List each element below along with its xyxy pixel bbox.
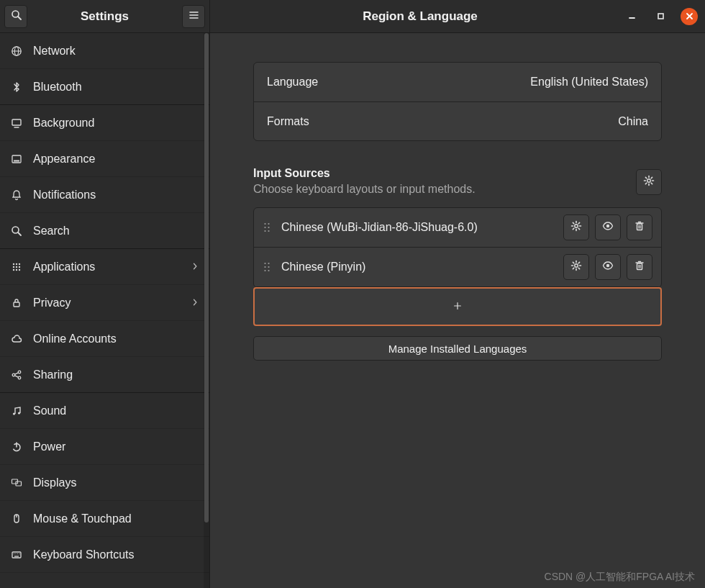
sidebar-item-label: Online Accounts	[33, 333, 199, 345]
sidebar-item-label: Notifications	[33, 189, 199, 202]
input-source-preview-button[interactable]	[595, 214, 621, 240]
app-menu-button[interactable]	[182, 5, 205, 28]
input-source-delete-button[interactable]	[627, 254, 652, 280]
sidebar-item-sharing[interactable]: Sharing	[0, 357, 209, 393]
eye-icon	[602, 260, 614, 274]
sidebar-item-displays[interactable]: Displays	[0, 465, 209, 501]
maximize-button[interactable]	[652, 8, 669, 25]
sidebar-scrollbar[interactable]	[204, 33, 209, 588]
sidebar-item-bluetooth[interactable]: Bluetooth	[0, 69, 209, 105]
input-sources-header: Input Sources Choose keyboard layouts or…	[253, 167, 662, 196]
sidebar-item-background[interactable]: Background	[0, 105, 209, 141]
sidebar-item-sound[interactable]: Sound	[0, 393, 209, 429]
sidebar-item-notifications[interactable]: Notifications	[0, 177, 209, 213]
sidebar-item-label: Mouse & Touchpad	[33, 512, 199, 525]
input-source-actions	[563, 214, 652, 240]
close-button[interactable]	[681, 8, 698, 25]
input-sources-options-button[interactable]	[636, 169, 662, 195]
power-icon	[10, 440, 23, 453]
sidebar-item-label: Displays	[33, 476, 199, 489]
gear-icon	[643, 175, 655, 189]
row-key: Language	[267, 76, 318, 89]
input-source-settings-button[interactable]	[563, 214, 589, 240]
input-source-row[interactable]: Chinese (Pinyin)	[254, 248, 661, 287]
chevron-right-icon	[191, 297, 199, 309]
add-input-source-button[interactable]	[253, 287, 662, 326]
input-source-actions	[563, 254, 652, 280]
input-source-row[interactable]: Chinese (WuBi-Jidian-86-JiShuag-6.0)	[254, 208, 661, 248]
input-sources-subtitle: Choose keyboard layouts or input methods…	[253, 183, 636, 196]
drag-handle-icon[interactable]	[263, 222, 271, 233]
sidebar-item-privacy[interactable]: Privacy	[0, 285, 209, 321]
sidebar-item-power[interactable]: Power	[0, 429, 209, 465]
input-source-delete-button[interactable]	[627, 214, 652, 240]
region-settings-card: LanguageEnglish (United States)FormatsCh…	[253, 62, 662, 141]
settings-sidebar: Settings NetworkBluetoothBackgroundAppea…	[0, 0, 210, 588]
close-icon	[686, 10, 693, 23]
sidebar-item-online-accounts[interactable]: Online Accounts	[0, 321, 209, 357]
sidebar-search-button[interactable]	[4, 5, 27, 28]
eye-icon	[602, 220, 614, 235]
plus-icon	[452, 299, 463, 315]
music-icon	[10, 404, 23, 417]
drag-handle-icon[interactable]	[263, 261, 271, 273]
minimize-icon	[628, 10, 636, 23]
sidebar-item-label: Background	[33, 117, 199, 130]
sidebar-item-appearance[interactable]: Appearance	[0, 141, 209, 177]
sidebar-item-label: Applications	[33, 261, 181, 273]
sidebar-item-label: Keyboard Shortcuts	[33, 548, 199, 561]
sidebar-item-mouse-touchpad[interactable]: Mouse & Touchpad	[0, 501, 209, 537]
sidebar-item-keyboard-shortcuts[interactable]: Keyboard Shortcuts	[0, 537, 209, 573]
dock-icon	[10, 153, 23, 166]
sidebar-item-label: Appearance	[33, 153, 199, 166]
sidebar-item-applications[interactable]: Applications	[0, 249, 209, 285]
row-value: English (United States)	[530, 76, 648, 89]
input-source-settings-button[interactable]	[563, 254, 589, 280]
chevron-right-icon	[191, 261, 199, 273]
window-controls	[623, 8, 698, 25]
input-source-preview-button[interactable]	[595, 254, 621, 280]
grid-icon	[10, 261, 23, 273]
sidebar-scroll-thumb[interactable]	[204, 33, 209, 523]
cloud-icon	[10, 333, 23, 345]
input-sources-list: Chinese (WuBi-Jidian-86-JiShuag-6.0)Chin…	[253, 207, 662, 288]
trash-icon	[634, 260, 645, 274]
share-icon	[10, 368, 23, 381]
sidebar-list: NetworkBluetoothBackgroundAppearanceNoti…	[0, 33, 209, 588]
page-title: Region & Language	[217, 9, 623, 24]
main-panel: Region & Language LanguageEnglish (Unite…	[210, 0, 705, 588]
sidebar-item-label: Power	[33, 440, 199, 453]
desktop-icon	[10, 117, 23, 130]
trash-icon	[634, 220, 645, 235]
sidebar-item-search[interactable]: Search	[0, 213, 209, 249]
search-icon	[11, 9, 22, 23]
formats-row[interactable]: FormatsChina	[254, 101, 661, 140]
keyboard-icon	[10, 548, 23, 561]
manage-languages-button[interactable]: Manage Installed Languages	[253, 336, 662, 361]
bluetooth-icon	[10, 81, 23, 94]
minimize-button[interactable]	[623, 8, 640, 25]
language-row[interactable]: LanguageEnglish (United States)	[254, 63, 661, 101]
content-area: LanguageEnglish (United States)FormatsCh…	[210, 33, 705, 588]
hamburger-icon	[188, 9, 199, 23]
gear-icon	[570, 220, 582, 235]
titlebar: Region & Language	[210, 0, 705, 33]
search-icon	[10, 225, 23, 238]
displays-icon	[10, 476, 23, 489]
input-source-label: Chinese (Pinyin)	[281, 261, 553, 273]
bell-icon	[10, 189, 23, 202]
gear-icon	[570, 260, 582, 274]
sidebar-item-label: Privacy	[33, 297, 181, 309]
row-value: China	[618, 115, 648, 128]
row-key: Formats	[267, 115, 309, 128]
sidebar-item-label: Sound	[33, 404, 199, 417]
sidebar-title: Settings	[27, 9, 182, 24]
sidebar-item-label: Search	[33, 225, 199, 238]
sidebar-header: Settings	[0, 0, 209, 33]
input-sources-title: Input Sources	[253, 167, 636, 180]
sidebar-item-label: Sharing	[33, 368, 199, 381]
mouse-icon	[10, 512, 23, 525]
sidebar-item-network[interactable]: Network	[0, 33, 209, 69]
lock-icon	[10, 297, 23, 309]
globe-icon	[10, 45, 23, 58]
